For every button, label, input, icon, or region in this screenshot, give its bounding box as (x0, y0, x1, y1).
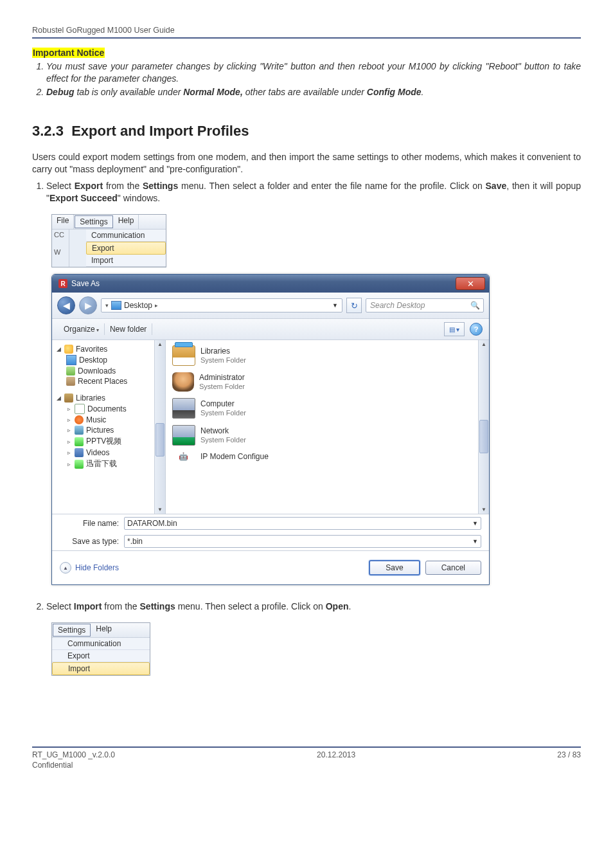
twisty-icon: ▹ (66, 406, 72, 412)
tree-desktop[interactable]: Desktop (65, 354, 163, 366)
file-scrollbar[interactable]: ▲ ▼ (478, 340, 489, 514)
tree-label: Libraries (76, 393, 105, 402)
user-icon (172, 372, 194, 392)
important-notice-heading: Important Notice (32, 48, 105, 58)
section-title: 3.2.3 Export and Import Profiles (32, 123, 581, 140)
breadcrumb-label: Desktop (124, 301, 152, 310)
step-2: Select Import from the Settings menu. Th… (46, 601, 581, 613)
text: " windows. (118, 193, 160, 203)
page-header: Robustel GoRugged M1000 User Guide (32, 26, 581, 35)
tree-videos[interactable]: ▹Videos (65, 448, 163, 458)
tree-downloads[interactable]: Downloads (65, 366, 163, 376)
filename-input[interactable]: DATAROM.bin ▼ (124, 517, 481, 530)
menu-settings[interactable]: Settings (75, 215, 112, 228)
search-input[interactable]: Search Desktop 🔍 (366, 298, 484, 312)
scroll-thumb[interactable] (155, 423, 164, 457)
notice-bold: Debug (46, 87, 75, 97)
menu-settings[interactable]: Settings (53, 624, 91, 637)
document-icon (75, 404, 85, 414)
text-bold: Export Succeed (49, 193, 118, 203)
menubar: File Settings Help (52, 215, 166, 230)
header-rule (32, 37, 581, 39)
tree-scrollbar[interactable]: ▲ ▼ (154, 340, 165, 514)
chevron-right-icon: ▸ (155, 302, 158, 309)
close-button[interactable]: ✕ (456, 277, 485, 290)
menu-item-communication[interactable]: Communication (52, 638, 150, 650)
menu-item-export[interactable]: Export (52, 650, 150, 662)
gutter-label: W (54, 248, 67, 257)
tree-label: 迅雷下载 (86, 458, 117, 469)
text: Select (46, 181, 75, 191)
tree-label: Favorites (76, 345, 107, 354)
star-icon (64, 345, 73, 354)
tree-label: Documents (87, 404, 127, 413)
savetype-label: Save as type: (60, 537, 124, 546)
menu-item-communication[interactable]: Communication (86, 230, 166, 242)
dialog-body: ◢Favorites Desktop Downloads Recent Plac… (52, 340, 489, 514)
tree-documents[interactable]: ▹Documents (65, 403, 163, 415)
menu-help[interactable]: Help (114, 215, 139, 229)
nav-forward-button[interactable]: ▶ (79, 296, 97, 314)
tree-favorites[interactable]: ◢Favorites (55, 344, 163, 354)
tree-pptv[interactable]: ▹PPTV视频 (65, 435, 163, 448)
scroll-down-icon: ▼ (481, 507, 486, 512)
notice-bold: Normal Mode, (183, 87, 243, 97)
scroll-up-icon: ▲ (481, 341, 486, 347)
desktop-icon (111, 301, 121, 310)
robot-icon: 🤖 (172, 452, 194, 461)
menu-file[interactable]: File (52, 215, 74, 229)
tree-recent-places[interactable]: Recent Places (65, 376, 163, 386)
cancel-button[interactable]: Cancel (425, 561, 481, 575)
network-icon (172, 425, 195, 446)
tree-pictures[interactable]: ▹Pictures (65, 425, 163, 435)
new-folder-button[interactable]: New folder (105, 323, 152, 335)
notice-item: Debug tab is only available under Normal… (46, 86, 581, 98)
folder-icon (75, 460, 84, 469)
savetype-select[interactable]: *.bin ▼ (124, 535, 481, 548)
notice-list: You must save your parameter changes by … (32, 60, 581, 98)
tree-music[interactable]: ▹Music (65, 415, 163, 425)
refresh-button[interactable]: ↻ (346, 298, 362, 313)
file-name[interactable]: IP Modem Configue (200, 452, 269, 461)
nav-back-button[interactable]: ◀ (57, 296, 75, 314)
save-button[interactable]: Save (369, 560, 420, 575)
breadcrumb[interactable]: ▾ Desktop ▸ ▼ (101, 298, 342, 312)
view-layout-button[interactable]: ▤ ▾ (444, 322, 465, 336)
organize-button[interactable]: Organize (58, 323, 105, 335)
tree-label: Desktop (79, 356, 107, 365)
help-button[interactable]: ? (470, 323, 483, 336)
twisty-icon: ▹ (66, 439, 72, 445)
menu-item-export[interactable]: Export (86, 242, 166, 255)
footer-page: 23 / 83 (557, 750, 581, 770)
menu-item-import[interactable]: Import (52, 662, 150, 675)
text: from the (103, 181, 143, 191)
twisty-icon: ▹ (66, 417, 72, 423)
steps-list-2: Select Import from the Settings menu. Th… (32, 601, 581, 613)
footer-date: 20.12.2013 (317, 750, 355, 770)
section-number: 3.2.3 (32, 123, 64, 139)
file-type: System Folder (200, 409, 246, 417)
file-item-computer[interactable]: Computer System Folder (172, 398, 483, 419)
steps-list: Select Export from the Settings menu. Th… (32, 180, 581, 205)
tree-xunlei[interactable]: ▹迅雷下载 (65, 458, 163, 470)
file-type: System Folder (199, 383, 245, 391)
text: Select (46, 601, 74, 611)
menu-item-import[interactable]: Import (86, 255, 166, 267)
file-name: Computer (200, 400, 246, 409)
text-bold: Export (75, 181, 103, 191)
menu-help[interactable]: Help (91, 623, 116, 637)
file-item-libraries[interactable]: Libraries System Folder (172, 345, 483, 366)
twisty-icon: ▹ (66, 449, 72, 456)
computer-icon (172, 398, 195, 419)
filename-value: DATAROM.bin (127, 519, 177, 528)
chevron-down-icon: ▼ (472, 520, 478, 527)
text-bold: Save (486, 181, 507, 191)
file-type: System Folder (200, 436, 246, 444)
hide-folders-button[interactable]: ▲ Hide Folders (60, 562, 119, 574)
settings-dropdown: Communication Export Import (69, 230, 166, 267)
file-item-network[interactable]: Network System Folder (172, 425, 483, 446)
tree-libraries[interactable]: ◢Libraries (55, 393, 163, 403)
scroll-thumb[interactable] (479, 420, 488, 453)
desktop-icon (66, 355, 76, 365)
file-item-administrator[interactable]: Administrator System Folder (172, 372, 483, 392)
